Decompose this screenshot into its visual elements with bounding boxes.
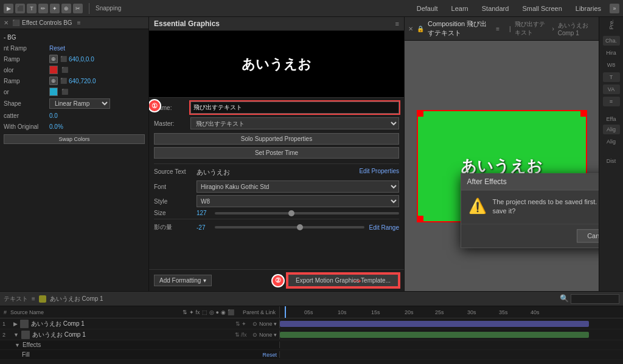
row1-parent-none: ⊙ None ▾: [252, 321, 277, 327]
shadow-thumb[interactable]: [297, 224, 303, 230]
scatter-value[interactable]: 0.0: [49, 112, 58, 119]
ramp1-value[interactable]: 640,0,0.0: [69, 56, 94, 63]
far-right-panel: Pre. Cha. Hira W8 T VA ≡ Effa Alig Alig …: [599, 17, 623, 291]
col-icons: ⇅ ✦ fx ⬚ ◎ ● ◉ ⬛: [183, 309, 234, 315]
effects-expand-icon[interactable]: ▼: [15, 342, 20, 348]
color2-container: ⬛: [49, 88, 68, 96]
comp-arrow-sep: ›: [552, 26, 554, 32]
far-right-distr-icon: Dist: [603, 156, 620, 166]
comp-breadcrumb1[interactable]: 飛び出すテキスト: [515, 20, 549, 37]
timeline-area: テキスト ≡ あいうえお Comp 1 🔍 # Source Name ⇅ ✦ …: [0, 291, 623, 364]
comp-lock-icon: 🔒: [417, 26, 424, 32]
comp-breadcrumb2[interactable]: あいうえお Comp 1: [558, 21, 595, 36]
master-select[interactable]: 飛び出すテキスト: [190, 117, 399, 129]
toolbar-icon-5[interactable]: ✦: [50, 4, 60, 13]
ramp2-icon[interactable]: ⊕: [49, 77, 58, 85]
toolbar-icon-1[interactable]: ▶: [4, 4, 13, 13]
toolbar-icon-2[interactable]: ⬛: [15, 4, 25, 13]
tab-learn[interactable]: Learn: [447, 4, 473, 13]
tab-default[interactable]: Default: [412, 4, 443, 13]
row2-thumb: [21, 331, 30, 339]
row2-icon-1[interactable]: ⇅: [235, 332, 240, 338]
row2-icon-fx[interactable]: /fx: [241, 332, 247, 338]
far-right-char-icon[interactable]: Cha.: [603, 36, 620, 46]
tab-libraries[interactable]: Libraries: [571, 4, 606, 13]
set-poster-time-button[interactable]: Set Poster Time: [154, 147, 399, 159]
panel-close-icon[interactable]: ✕: [4, 19, 9, 26]
effect-controls-menu-icon[interactable]: ≡: [77, 19, 81, 26]
row1-thumb: [20, 320, 29, 328]
comp-menu-icon[interactable]: ≡: [496, 26, 499, 32]
ramp2-value[interactable]: 640,720.0: [69, 78, 96, 84]
size-slider[interactable]: [215, 212, 399, 215]
toolbar-icon-6[interactable]: ⊕: [61, 4, 71, 13]
table-row[interactable]: 2 ▼ あいうえお Comp 1 ⇅ /fx ⊙ None ▾: [0, 329, 623, 340]
add-formatting-button[interactable]: Add Formatting ▾: [154, 275, 212, 286]
edit-properties-link[interactable]: Edit Properties: [359, 168, 399, 174]
effect-row-color2: or ⬛: [0, 86, 148, 97]
tab-small-screen[interactable]: Small Screen: [517, 4, 566, 13]
tab-standard[interactable]: Standard: [477, 4, 514, 13]
toolbar-icon-7[interactable]: ✂: [73, 4, 83, 13]
far-right-t-icon[interactable]: T: [603, 72, 620, 82]
row1-icon-1[interactable]: ⇅: [235, 321, 240, 327]
toolbar-icon-4[interactable]: ✏: [38, 4, 48, 13]
ae-dialog-body: ⚠️ The project needs to be saved first. …: [461, 190, 599, 224]
timeline-search-icon[interactable]: 🔍: [560, 294, 569, 304]
original-value[interactable]: 0.0%: [49, 123, 63, 130]
color1-container: ⬛: [49, 66, 68, 74]
col-source: Source Name: [10, 309, 44, 315]
more-tabs-icon[interactable]: »: [610, 4, 619, 13]
ramp-icon2: ⬛: [60, 56, 67, 62]
ae-cancel-button[interactable]: Cancel: [577, 229, 599, 242]
size-value[interactable]: 127: [197, 210, 215, 216]
tl-bar-1: [280, 321, 589, 327]
row1-icon-2[interactable]: ✦: [242, 321, 246, 327]
far-right-hira-icon: Hira: [603, 48, 620, 58]
size-thumb[interactable]: [288, 210, 294, 216]
style-label: Style: [154, 198, 197, 205]
swap-colors-button[interactable]: Swap Colors: [4, 134, 145, 144]
shadow-value[interactable]: -27: [197, 224, 215, 231]
row1-expand-icon[interactable]: ▶: [13, 321, 18, 327]
effect-controls-header: ✕ ⬛ Effect Controls BG ≡: [0, 17, 148, 29]
edit-range-link[interactable]: Edit Range: [369, 224, 399, 231]
essential-graphics-header: Essential Graphics ≡: [149, 17, 404, 31]
row2-expand-icon[interactable]: ▼: [13, 332, 19, 338]
col-icon-6: ●: [216, 309, 219, 315]
playhead[interactable]: [285, 306, 286, 318]
col-parent: Parent & Link: [243, 309, 276, 315]
ae-warning-icon: ⚠️: [468, 197, 487, 215]
linear-ramp-select[interactable]: Linear Ramp: [49, 98, 110, 109]
list-item: ▼ Effects: [0, 340, 623, 350]
color-swatch-cyan[interactable]: [49, 88, 58, 96]
name-input[interactable]: [190, 101, 399, 114]
far-right-align-icon[interactable]: Alig: [603, 125, 620, 134]
toolbar-icon-3[interactable]: T: [27, 4, 37, 13]
far-right-lines-icon[interactable]: ≡: [603, 97, 620, 106]
shadow-slider[interactable]: [215, 226, 364, 228]
style-select[interactable]: W8: [197, 195, 399, 207]
fill-reset-label[interactable]: Reset: [262, 352, 277, 358]
table-row[interactable]: 1 ▶ あいうえお Comp 1 ⇅ ✦ ⊙ None ▾: [0, 318, 623, 329]
ramp-icon[interactable]: ⊕: [49, 55, 58, 63]
comp-close-icon[interactable]: ✕: [408, 26, 413, 32]
export-motion-graphics-button[interactable]: Export Motion Graphics Template...: [287, 273, 399, 287]
essential-graphics-menu-icon[interactable]: ≡: [395, 20, 399, 27]
timeline-breadcrumb[interactable]: あいうえお Comp 1: [50, 295, 103, 303]
comp-breadcrumb-sep: |: [509, 26, 511, 32]
timeline-menu-icon[interactable]: ≡: [32, 295, 35, 302]
timeline-search-input[interactable]: [571, 294, 619, 304]
step-2-circle: ②: [271, 274, 285, 287]
fill-label: Fill: [22, 351, 30, 358]
reset-button[interactable]: Reset: [49, 45, 65, 52]
corner-bl: [417, 216, 423, 222]
far-right-va-icon[interactable]: VA: [603, 84, 620, 94]
composition-title: Composition 飛び出すテキスト: [428, 19, 492, 38]
solo-properties-button[interactable]: Solo Supported Properties: [154, 133, 399, 145]
font-select[interactable]: Hiragino Kaku Gothic Std: [197, 180, 399, 193]
color-swatch-red[interactable]: [49, 66, 58, 74]
row1-icons: ⇅ ✦ ⊙ None ▾: [235, 321, 277, 327]
master-label: Master:: [154, 120, 190, 127]
effect-controls-content: - BG nt Ramp Reset Ramp ⊕ ⬛ 640,0,0.0 ol…: [0, 29, 148, 291]
